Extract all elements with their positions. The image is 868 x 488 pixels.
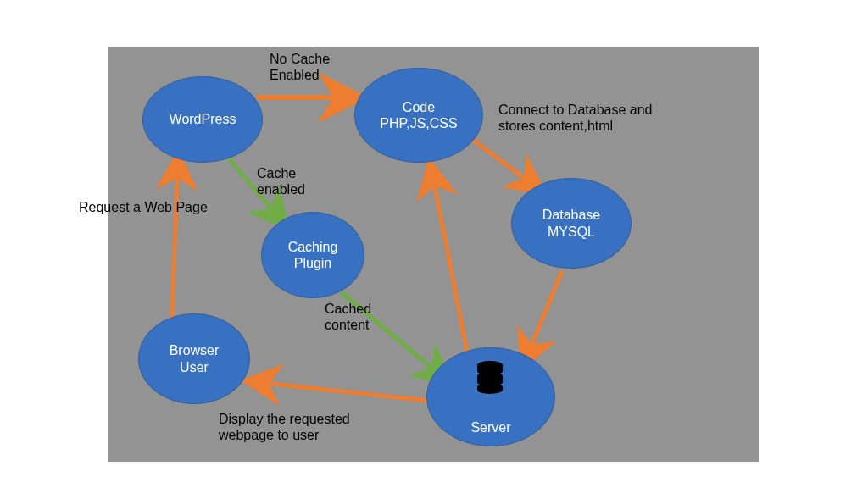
label-display-page: Display the requested webpage to user — [219, 411, 350, 443]
arrow-server-to-code — [431, 165, 469, 360]
database-icon — [476, 360, 504, 394]
node-caching-plugin: Caching Plugin — [261, 212, 364, 298]
node-database-label: Database MYSQL — [542, 207, 601, 239]
node-wordpress: WordPress — [142, 76, 263, 163]
label-connect-db: Connect to Database and stores content,h… — [498, 102, 652, 134]
label-no-cache: No Cache Enabled — [270, 51, 330, 83]
node-code-label: Code PHP,JS,CSS — [380, 99, 457, 131]
label-request-page: Request a Web Page — [79, 199, 214, 215]
arrow-code-to-database — [473, 140, 541, 191]
node-browser-user-label: Browser User — [170, 342, 220, 374]
node-code: Code PHP,JS,CSS — [354, 68, 483, 163]
arrow-server-to-browser — [248, 381, 443, 402]
diagram-canvas: WordPress Code PHP,JS,CSS Database MYSQL… — [108, 47, 760, 462]
label-cache-enabled: Cache enabled — [257, 165, 305, 197]
arrow-database-to-server — [524, 271, 562, 364]
node-caching-plugin-label: Caching Plugin — [288, 239, 338, 271]
node-database: Database MYSQL — [511, 178, 632, 269]
node-browser-user: Browser User — [138, 313, 250, 404]
node-server-label: Server — [470, 419, 510, 435]
arrow-browser-to-wordpress — [172, 157, 178, 318]
label-cached-content: Cached content — [325, 301, 371, 333]
node-wordpress-label: WordPress — [170, 111, 236, 127]
